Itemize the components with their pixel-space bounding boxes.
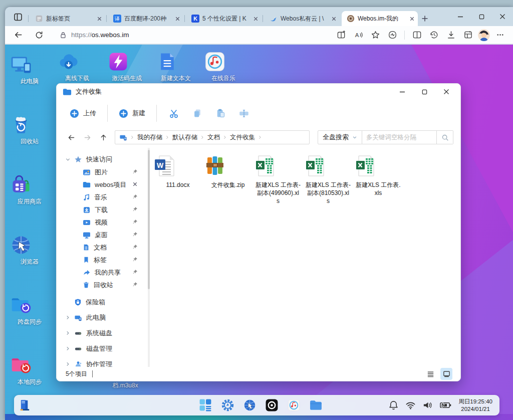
desktop-icon-this-pc[interactable]: 此电脑	[10, 54, 49, 86]
refresh-button[interactable]	[32, 28, 46, 42]
fm-maximize-button[interactable]	[413, 85, 435, 99]
taskbar-settings-gear-icon[interactable]	[221, 398, 234, 412]
breadcrumb-item[interactable]: 默认存储	[172, 133, 197, 142]
pin-icon[interactable]	[132, 232, 138, 237]
breadcrumb-item[interactable]: 文件收集	[230, 133, 255, 142]
upload-button[interactable]: 上传	[66, 106, 100, 121]
file-item-zip[interactable]: 文件收集.zip	[203, 154, 253, 189]
read-aloud-icon[interactable]: A	[351, 28, 365, 42]
new-tab-button[interactable]	[419, 13, 431, 25]
remove-icon[interactable]	[132, 181, 138, 187]
taskbar-clock[interactable]: 周日19:25:40 2024/01/21	[458, 398, 492, 413]
sidebar-quick-access[interactable]: 快速访问	[57, 153, 148, 166]
taskbar-launcher-icon[interactable]	[199, 398, 212, 412]
file-item-xls[interactable]: 新建XLS 工作表.xls	[353, 154, 403, 197]
sidebar-panel-icon[interactable]	[410, 28, 424, 42]
taskbar-browser-icon[interactable]	[243, 398, 256, 412]
copy-icon[interactable]	[192, 108, 202, 118]
expand-right-icon[interactable]	[66, 362, 70, 366]
search-input[interactable]	[362, 130, 437, 144]
browser-tab-webos-cloud[interactable]: Webos私有云 | \	[265, 11, 340, 26]
pin-icon[interactable]	[132, 282, 138, 287]
fm-up-button[interactable]	[96, 130, 111, 144]
pin-icon[interactable]	[132, 257, 138, 262]
tab-actions-icon[interactable]	[12, 11, 24, 23]
desktop-icon-new-text-doc[interactable]: 新建文本文	[156, 51, 195, 83]
pin-icon[interactable]	[132, 206, 138, 212]
search-scope-dropdown[interactable]: 全盘搜索	[318, 130, 362, 144]
expand-right-icon[interactable]	[66, 315, 70, 320]
file-item-xls-copy1[interactable]: 新建XLS 工作表-副本(499060).xls	[253, 154, 303, 205]
sidebar-item-pictures[interactable]: 图片	[57, 166, 148, 178]
paste-icon[interactable]	[215, 108, 225, 118]
search-button[interactable]	[437, 130, 453, 144]
sidebar-item-disk-management[interactable]: 磁盘管理	[57, 341, 148, 356]
desktop-icon-cross-disk-sync[interactable]: 跨盘同步	[10, 294, 49, 326]
desktop-icon-online-music[interactable]: 在线音乐	[204, 51, 243, 83]
pin-icon[interactable]	[132, 169, 138, 174]
fm-minimize-button[interactable]	[391, 85, 413, 99]
favorites-star-icon[interactable]	[368, 28, 382, 42]
breadcrumb[interactable]: 我的存储 默认存储 文档 文件收集	[115, 130, 310, 144]
pin-icon[interactable]	[132, 269, 138, 275]
expand-right-icon[interactable]	[66, 331, 70, 335]
expand-down-icon[interactable]	[66, 157, 70, 162]
browser-tab-translate[interactable]: 译 百度翻译-200种	[108, 11, 183, 26]
sidebar-item-videos[interactable]: 视频	[57, 216, 148, 229]
profile-avatar[interactable]	[478, 29, 490, 41]
taskbar-camera-app-icon[interactable]	[265, 398, 279, 412]
browser-maximize-button[interactable]	[471, 9, 492, 24]
browser-tab-newtab[interactable]: 新标签页	[30, 11, 105, 26]
rename-icon[interactable]	[238, 108, 249, 118]
volume-icon[interactable]	[422, 400, 433, 410]
browser-tab-settings[interactable]: K 5 个性化设置 | K	[186, 11, 262, 26]
taskbar-file-manager-icon[interactable]	[309, 398, 323, 412]
sidebar-item-recycle-bin[interactable]: 回收站	[57, 279, 148, 291]
new-button[interactable]: 新建	[115, 106, 149, 121]
icon-view-button[interactable]	[440, 368, 452, 380]
address-bar[interactable]: https://os.webos.im	[59, 31, 129, 39]
taskbar-music-icon[interactable]	[287, 398, 301, 412]
breadcrumb-item[interactable]: 我的存储	[137, 133, 162, 142]
more-menu-icon[interactable]	[493, 28, 507, 42]
pin-icon[interactable]	[132, 219, 138, 225]
browser-essentials-icon[interactable]	[385, 28, 399, 42]
expand-right-icon[interactable]	[66, 346, 70, 351]
desktop-icon-browser[interactable]: 浏览器	[10, 234, 49, 266]
fm-forward-button[interactable]	[80, 130, 95, 144]
sidebar-item-collaboration[interactable]: 协作管理	[57, 356, 148, 367]
sidebar-item-system-disk[interactable]: 系统磁盘	[57, 325, 148, 341]
sidebar-item-music[interactable]: 音乐	[57, 191, 148, 203]
tab-close-icon[interactable]	[409, 16, 415, 22]
sidebar-item-this-pc[interactable]: 此电脑	[57, 310, 148, 325]
downloads-icon[interactable]	[444, 28, 458, 42]
desktop-icon-recycle-bin[interactable]: 回收站	[10, 114, 49, 146]
desktop-icon-app-store[interactable]: 应用商店	[10, 174, 49, 206]
list-view-button[interactable]	[424, 368, 436, 380]
tab-close-icon[interactable]	[175, 16, 180, 22]
desktop-icon-offline-download[interactable]: 离线下载	[58, 51, 97, 83]
history-icon[interactable]	[427, 28, 441, 42]
cut-icon[interactable]	[169, 108, 179, 119]
sidebar-item-desktop[interactable]: 桌面	[57, 229, 148, 241]
desktop-icon-activation-code[interactable]: 激活码生成	[107, 51, 146, 83]
tab-close-icon[interactable]	[331, 16, 337, 22]
fm-file-area[interactable]: W 111.docx 文件收集.zip 新建XLS 工作表-副本(499060)…	[150, 148, 460, 367]
fm-close-button[interactable]	[435, 85, 457, 99]
fm-back-button[interactable]	[64, 130, 79, 144]
sidebar-item-documents[interactable]: 文档	[57, 241, 148, 254]
workspaces-icon[interactable]	[461, 28, 475, 42]
tab-close-icon[interactable]	[253, 16, 259, 22]
tab-close-icon[interactable]	[97, 16, 102, 22]
sidebar-item-safe-box[interactable]: 保险箱	[57, 294, 148, 310]
wifi-icon[interactable]	[405, 400, 416, 410]
back-button[interactable]	[11, 28, 25, 42]
file-item-xls-copy2[interactable]: 新建XLS 工作表-副本(810530).xls	[303, 154, 353, 205]
sidebar-item-my-shares[interactable]: 我的共享	[57, 266, 148, 279]
pin-icon[interactable]	[132, 194, 138, 199]
battery-icon[interactable]	[439, 400, 452, 410]
browser-tab-webos-active[interactable]: Webos.im-我的	[342, 11, 418, 26]
browser-close-button[interactable]	[492, 9, 513, 24]
breadcrumb-item[interactable]: 文档	[207, 133, 220, 142]
sidebar-item-webos-project[interactable]: webos项目	[57, 178, 148, 191]
